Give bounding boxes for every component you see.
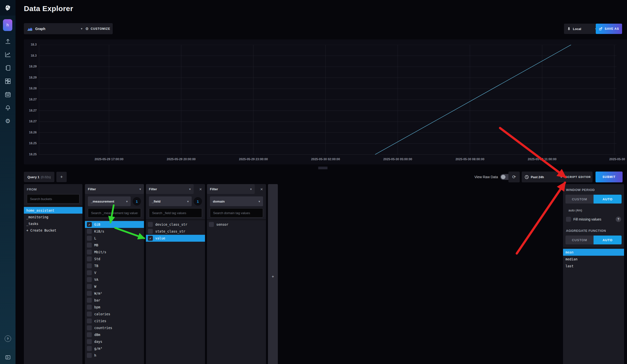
aggregate-function-item[interactable]: mean	[563, 249, 624, 256]
aggregate-auto-button[interactable]: AUTO	[593, 236, 622, 244]
value-checkbox[interactable]	[87, 332, 92, 337]
value-checkbox[interactable]	[87, 291, 92, 296]
tag-value-item[interactable]: KiB/s	[85, 228, 144, 235]
tag-key-dropdown[interactable]: domain▾	[210, 196, 263, 206]
window-custom-button[interactable]: CUSTOM	[566, 195, 593, 204]
help-icon[interactable]: ?	[0, 332, 15, 345]
aggregate-custom-button[interactable]: CUSTOM	[566, 236, 593, 244]
tag-value-item[interactable]: MB	[85, 242, 144, 249]
value-checkbox[interactable]	[87, 284, 92, 289]
tag-value-item[interactable]: Mbit/s	[85, 249, 144, 256]
submit-button[interactable]: SUBMIT	[595, 171, 623, 182]
value-checkbox[interactable]	[87, 312, 92, 316]
value-checkbox[interactable]	[87, 270, 92, 275]
tag-value-item[interactable]: W/m²	[85, 290, 144, 297]
value-checkbox[interactable]	[87, 353, 92, 358]
add-query-button[interactable]: +	[56, 172, 67, 182]
search-buckets-input[interactable]	[27, 194, 79, 204]
tag-value-item[interactable]: g/m³	[85, 345, 144, 352]
tag-value-item[interactable]: dBm	[85, 331, 144, 338]
value-checkbox[interactable]	[209, 222, 214, 227]
filter-type-dropdown[interactable]: Filter▾	[207, 184, 255, 194]
add-filter-button[interactable]: +	[268, 184, 278, 364]
bucket-item[interactable]: + Create Bucket	[24, 227, 82, 234]
aggregate-function-item[interactable]: median	[563, 256, 624, 262]
bucket-item[interactable]: _monitoring	[24, 214, 82, 220]
tag-value-item[interactable]: L	[85, 235, 144, 242]
tag-value-item[interactable]: calories	[85, 311, 144, 317]
bucket-item[interactable]: _tasks	[24, 220, 82, 227]
tag-value-item[interactable]: bar	[85, 297, 144, 304]
x-tick-label: 2025-05-30 11:00:00	[528, 157, 557, 161]
value-checkbox[interactable]	[148, 229, 153, 234]
save-as-button[interactable]: SAVE AS	[596, 24, 622, 34]
value-checkbox[interactable]	[87, 257, 92, 261]
value-checkbox[interactable]	[87, 346, 92, 351]
tag-value-item[interactable]: Std	[85, 256, 144, 262]
tag-value-item[interactable]: TB	[85, 262, 144, 269]
influxdb-logo[interactable]	[0, 0, 15, 15]
alerts-bell-icon[interactable]	[0, 101, 15, 114]
value-checkbox[interactable]	[87, 263, 92, 268]
value-checkbox[interactable]: ✓	[148, 236, 153, 241]
tag-value-item[interactable]: days	[85, 338, 144, 345]
script-editor-button[interactable]: SCRIPT EDITOR	[564, 171, 593, 182]
search-tag-values-input[interactable]	[149, 208, 202, 217]
tag-value-item[interactable]: V	[85, 269, 144, 276]
tag-value-label: Std	[94, 257, 100, 261]
value-checkbox[interactable]	[87, 277, 92, 282]
refresh-button[interactable]: ⟳	[508, 171, 520, 182]
value-checkbox[interactable]	[148, 222, 153, 227]
toggle-nav-icon[interactable]	[0, 351, 15, 364]
value-checkbox[interactable]	[87, 229, 92, 234]
tag-value-item[interactable]: ✓GiB	[85, 221, 144, 228]
settings-gear-icon[interactable]: ⚙	[0, 114, 15, 128]
tag-value-item[interactable]: W	[85, 283, 144, 290]
visualization-type-dropdown[interactable]: Graph ▾	[24, 23, 85, 34]
tag-value-item[interactable]: ✓value	[146, 235, 205, 242]
dashboards-icon[interactable]	[0, 75, 15, 88]
org-avatar[interactable]: h	[3, 19, 12, 31]
chart-plot-area[interactable]	[39, 45, 616, 155]
window-auto-button[interactable]: AUTO	[593, 195, 622, 204]
customize-button[interactable]: ⚙ CUSTOMIZE	[83, 23, 113, 34]
value-checkbox[interactable]	[87, 325, 92, 330]
customize-label: CUSTOMIZE	[91, 27, 110, 31]
tasks-calendar-icon[interactable]	[0, 88, 15, 101]
value-checkbox[interactable]: ✓	[87, 222, 92, 227]
help-question-icon[interactable]: ?	[616, 216, 621, 222]
filter-type-dropdown[interactable]: Filter▾	[85, 184, 144, 194]
upload-icon[interactable]	[0, 35, 15, 48]
value-checkbox[interactable]	[87, 236, 92, 241]
fill-missing-checkbox[interactable]	[566, 217, 571, 222]
filter-type-dropdown[interactable]: Filter▾	[146, 184, 194, 194]
search-tag-values-input[interactable]	[210, 208, 263, 217]
tag-value-item[interactable]: countries	[85, 324, 144, 331]
value-checkbox[interactable]	[87, 318, 92, 323]
tag-key-dropdown[interactable]: _measurement▾	[88, 196, 131, 206]
tag-value-item[interactable]: h	[85, 352, 144, 359]
graphs-icon[interactable]	[0, 48, 15, 61]
tag-value-item[interactable]: VA	[85, 276, 144, 283]
value-checkbox[interactable]	[87, 305, 92, 310]
tag-value-item[interactable]: sensor	[207, 221, 266, 228]
value-checkbox[interactable]	[87, 339, 92, 344]
tag-value-item[interactable]: state_class_str	[146, 228, 205, 235]
value-checkbox[interactable]	[87, 243, 92, 248]
value-checkbox[interactable]	[87, 250, 92, 255]
notebooks-icon[interactable]	[0, 61, 15, 75]
bucket-item[interactable]: home_assistant	[24, 207, 82, 214]
panel-resize-handle[interactable]	[318, 167, 327, 170]
aggregate-function-item[interactable]: last	[563, 262, 624, 269]
tag-value-item[interactable]: cities	[85, 317, 144, 324]
tag-key-dropdown[interactable]: _field▾	[149, 196, 192, 206]
tag-value-item[interactable]: bpm	[85, 304, 144, 311]
timezone-dropdown[interactable]: Local ▾	[564, 24, 600, 34]
query-tab[interactable]: Query 1 (0.02s)	[24, 172, 54, 182]
remove-filter-icon[interactable]: ×	[259, 187, 264, 192]
tag-value-item[interactable]: device_class_str	[146, 221, 205, 228]
time-range-dropdown[interactable]: Past 24h ▾	[522, 171, 565, 182]
value-checkbox[interactable]	[87, 298, 92, 303]
remove-filter-icon[interactable]: ×	[198, 187, 204, 192]
search-tag-values-input[interactable]	[88, 208, 141, 217]
